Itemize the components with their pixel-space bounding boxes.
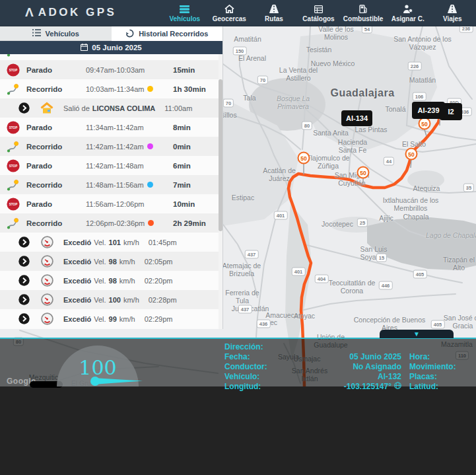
event-duration: 1h 30min bbox=[173, 85, 206, 93]
map-place-label: San Miguel Cuyutlán bbox=[324, 172, 380, 187]
timeline-row-parado[interactable]: STOPParado11:56am-12:06pm10min bbox=[0, 194, 220, 213]
map-place-label: sillos bbox=[221, 111, 236, 119]
nav-item-veh-culos[interactable]: Vehículos bbox=[162, 0, 207, 26]
event-name: Parado bbox=[26, 66, 86, 74]
telemetry-row: Longitud:-103.125147°Latitud: bbox=[224, 381, 475, 391]
speeding-unit: km/h bbox=[123, 296, 139, 304]
event-duration: 6min bbox=[173, 162, 191, 170]
speedometer-needle bbox=[57, 374, 147, 387]
expand-arrow-icon[interactable] bbox=[18, 237, 30, 248]
nav-item-rutas[interactable]: Rutas bbox=[252, 0, 296, 26]
globe-icon bbox=[394, 382, 401, 391]
road-number-badge: 106 bbox=[413, 92, 426, 101]
sidebar-panel: Vehículos Historial Recorridos Recorrido… bbox=[0, 26, 223, 329]
map-place-label: Jocotepec bbox=[322, 220, 353, 228]
timeline-row-recorrido[interactable]: Recorrido12:06pm-02:36pm2h 29min bbox=[0, 213, 220, 233]
road-number-badge: 404 bbox=[315, 275, 329, 283]
timeline-row-recorrido[interactable]: Recorrido10:03am-11:34am1h 30min bbox=[0, 79, 220, 98]
speeding-time: 02:05pm bbox=[145, 258, 173, 266]
speedometer-icon bbox=[40, 312, 53, 325]
map-place-label: San Antonio de los Vázquez bbox=[390, 36, 456, 51]
tab-vehiculos[interactable]: Vehículos bbox=[0, 26, 112, 41]
timeline-row-parado[interactable]: STOPParado11:42am-11:48am6min bbox=[0, 156, 220, 175]
speeding-prefix: Excedió bbox=[63, 277, 91, 285]
event-name: Recorrido bbox=[26, 143, 86, 151]
history-icon bbox=[125, 29, 134, 39]
speeding-prefix: Excedió bbox=[63, 238, 91, 246]
event-name: Recorrido bbox=[26, 85, 86, 93]
speeding-prefix: Excedió bbox=[63, 258, 91, 266]
speeding-value: 98 bbox=[109, 258, 117, 266]
map-place-label: Atemajac de Brizuela bbox=[219, 262, 265, 277]
home-icon bbox=[224, 5, 234, 14]
speedometer-icon bbox=[40, 255, 53, 268]
expand-arrow-icon[interactable] bbox=[18, 256, 30, 267]
event-duration: 10min bbox=[173, 200, 195, 208]
event-time: 11:42am-11:48am bbox=[86, 162, 173, 170]
map-place-label: Tizapán el Alto bbox=[440, 256, 476, 272]
assign-icon bbox=[403, 5, 413, 14]
timeline-row-speeding[interactable]: ExcedióVel.101km/h01:45pm bbox=[0, 233, 220, 252]
label-pointer bbox=[354, 123, 360, 129]
map-place-label: Amatitán bbox=[234, 35, 261, 43]
timeline-row-parado[interactable]: STOPParado09:47am-10:03am15min bbox=[0, 60, 220, 79]
speeding-mid: Vel. bbox=[94, 315, 106, 323]
timeline-row-speeding[interactable]: ExcedióVel.99km/h02:29pm bbox=[0, 309, 220, 328]
timeline-row-recorrido[interactable]: Recorrido11:48am-11:56am7min bbox=[0, 175, 220, 194]
expand-arrow-icon[interactable] bbox=[18, 313, 30, 324]
nav-item-combustible[interactable]: Combustible bbox=[341, 0, 386, 26]
logo-triangle-icon: Λ bbox=[25, 5, 34, 20]
nav-item-geocercas[interactable]: Geocercas bbox=[207, 0, 252, 26]
timeline-row-speeding[interactable]: ExcedióVel.100km/h02:28pm bbox=[0, 290, 220, 309]
nav-item-asignar-c-[interactable]: Asignar C. bbox=[386, 0, 430, 26]
event-time-text: 11:34am-11:42am bbox=[86, 124, 144, 131]
vehicle-label-ai-239[interactable]: AI-239 bbox=[412, 102, 445, 119]
nav-item-cat-logos[interactable]: Catálogos bbox=[296, 0, 341, 26]
field-label: Conductor: bbox=[224, 362, 276, 371]
map-place-label: Ixtlahuacán de los Membrillos bbox=[374, 197, 448, 212]
field-value-text: 05 Junio 2025 bbox=[349, 352, 401, 361]
tab-historial-recorridos[interactable]: Historial Recorridos bbox=[112, 26, 223, 41]
sidebar-tabs: Vehículos Historial Recorridos bbox=[0, 26, 222, 41]
road-number-badge: 437 bbox=[245, 250, 259, 259]
vehicle-label-ai-134[interactable]: AI-134 bbox=[341, 110, 372, 126]
timeline-row-geofence-exit[interactable]: Salió deLICONSA COLIMA11:00am bbox=[0, 98, 220, 118]
event-time: 11:56am-12:06pm bbox=[86, 200, 173, 208]
road-number-badge: 401 bbox=[292, 268, 306, 276]
expand-arrow-icon[interactable] bbox=[18, 102, 30, 114]
telemetry-fields: Dirección:Fecha:05 Junio 2025Hora:Conduc… bbox=[224, 342, 475, 391]
timeline-row-parado[interactable]: STOPParado11:34am-11:42am8min bbox=[0, 118, 220, 137]
expand-arrow-icon[interactable] bbox=[18, 294, 30, 305]
speeding-prefix: Excedió bbox=[63, 296, 91, 304]
speed-limit-marker[interactable]: 50 bbox=[357, 166, 370, 179]
road-icon bbox=[448, 5, 457, 14]
date-selector[interactable]: 05 Junio 2025 bbox=[0, 41, 222, 54]
field-value: 05 Junio 2025 bbox=[276, 352, 401, 361]
collapse-panel-tab[interactable]: ▼ bbox=[380, 330, 454, 338]
logo-text: ADOK GPS bbox=[38, 7, 117, 19]
road-number-badge: 80 bbox=[302, 122, 312, 130]
event-time: 11:42am-11:42am bbox=[86, 143, 173, 151]
nav-item-label: Vehículos bbox=[169, 15, 200, 22]
speedometer-icon bbox=[40, 293, 53, 306]
road-number-badge: 446 bbox=[379, 281, 393, 290]
nav-item-label: Combustible bbox=[343, 15, 384, 22]
timeline-row-recorrido[interactable]: Recorrido11:42am-11:42am0min bbox=[0, 137, 220, 156]
expand-arrow-icon[interactable] bbox=[18, 275, 30, 286]
event-time-text: 11:42am-11:42am bbox=[86, 143, 144, 151]
event-duration: 15min bbox=[173, 66, 195, 74]
event-time-text: 11:42am-11:48am bbox=[86, 162, 144, 170]
timeline-row-speeding[interactable]: ExcedióVel.98km/h02:20pm bbox=[0, 271, 220, 290]
speed-limit-marker[interactable]: 50 bbox=[298, 152, 310, 164]
stop-icon: STOP bbox=[0, 121, 26, 134]
scrollbar-thumb[interactable] bbox=[219, 79, 222, 231]
svg-text:STOP: STOP bbox=[9, 164, 17, 168]
nav-item-viajes[interactable]: Viajes bbox=[430, 0, 475, 26]
timeline-row-speeding[interactable]: ExcedióVel.98km/h02:05pm bbox=[0, 252, 220, 271]
geofence-exit-text: Salió deLICONSA COLIMA11:00am bbox=[63, 104, 192, 112]
road-number-badge: 54 bbox=[362, 26, 372, 34]
speeding-text: ExcedióVel.100km/h02:28pm bbox=[63, 296, 177, 304]
field-label-right: Hora: bbox=[409, 352, 430, 361]
speed-limit-marker[interactable]: 50 bbox=[405, 148, 418, 161]
nav-item-label: Viajes bbox=[443, 15, 462, 22]
